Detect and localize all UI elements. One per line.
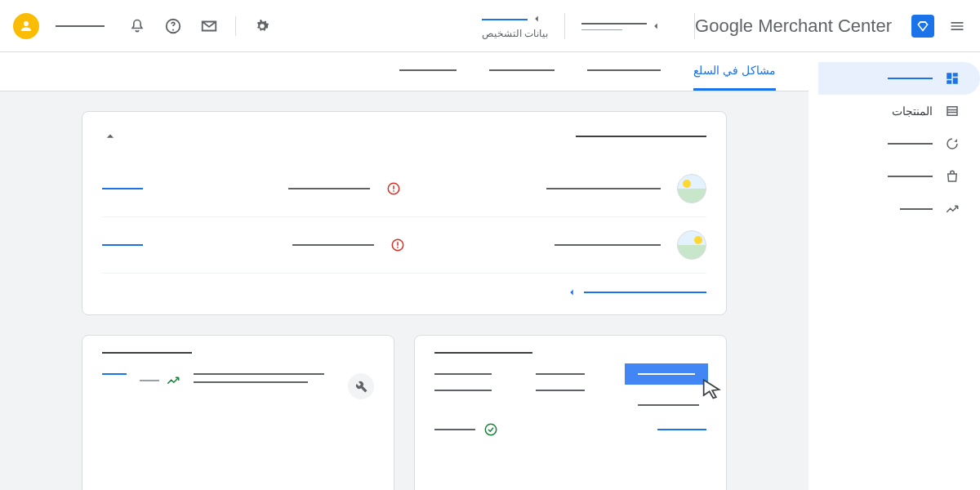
tab-item[interactable] (399, 58, 457, 85)
status-value (536, 373, 585, 375)
sidebar-nav: المنتجات (808, 52, 980, 490)
header-actions (13, 13, 272, 39)
svg-point-3 (485, 424, 497, 435)
account-id (581, 29, 622, 31)
status-card (414, 335, 727, 490)
shopping-bag-icon (944, 168, 960, 185)
sidebar-item-growth[interactable] (818, 193, 980, 225)
mail-icon[interactable] (199, 16, 219, 36)
sidebar-item-marketing[interactable] (818, 160, 980, 193)
help-icon[interactable] (163, 16, 183, 36)
sidebar-item-overview[interactable] (818, 62, 980, 95)
header-brand-area: Google Merchant Center (695, 15, 967, 38)
main-content: مشاكل في السلع (0, 52, 808, 490)
status-value (638, 373, 695, 375)
issue-action-link[interactable] (102, 188, 143, 189)
issue-action-link[interactable] (102, 244, 143, 246)
divider (694, 13, 695, 39)
status-column (536, 373, 604, 406)
issue-product-name (546, 188, 661, 189)
chevron-left-icon (650, 20, 662, 32)
wrench-icon (348, 373, 374, 399)
chevron-left-icon (566, 287, 577, 298)
collapse-icon[interactable] (102, 128, 118, 145)
status-column-highlighted[interactable] (638, 373, 706, 406)
divider (235, 16, 236, 36)
status-label (434, 390, 492, 391)
perf-text-line (194, 373, 324, 375)
list-icon (944, 103, 960, 119)
status-label (638, 404, 699, 406)
tab-item[interactable] (489, 58, 555, 85)
issue-product-name (555, 244, 661, 246)
user-avatar[interactable] (13, 13, 39, 39)
perf-text-line (194, 381, 308, 383)
error-icon (390, 238, 405, 252)
error-icon (386, 181, 401, 196)
perf-meta (140, 373, 180, 388)
footer-text (434, 429, 475, 430)
status-value (434, 373, 492, 375)
perf-action-link[interactable] (102, 373, 127, 375)
page-link (482, 19, 528, 20)
refresh-icon (944, 136, 960, 152)
card-title (102, 352, 192, 354)
issue-description (288, 188, 370, 189)
status-label (536, 390, 585, 391)
nav-label (888, 176, 933, 177)
footer-link[interactable] (657, 429, 706, 430)
sidebar-item-performance[interactable] (818, 127, 980, 160)
account-name (581, 23, 647, 24)
trending-up-icon (944, 201, 960, 217)
page-selector[interactable]: بيانات التشخيص (482, 13, 548, 39)
account-selector[interactable] (581, 20, 662, 32)
merchant-center-logo-icon (911, 15, 934, 38)
app-header: Google Merchant Center بيانات التشخيص (0, 0, 980, 52)
card-title (576, 136, 706, 137)
notifications-icon[interactable] (127, 16, 147, 36)
view-all-link[interactable] (584, 292, 706, 293)
issue-row[interactable] (102, 217, 706, 274)
status-column (434, 373, 503, 406)
cursor-icon (700, 378, 723, 401)
status-footer (434, 422, 706, 437)
chevron-left-icon (531, 13, 542, 24)
nav-label (900, 208, 933, 210)
user-name (56, 25, 105, 27)
tab-item-issues[interactable]: مشاكل في السلع (693, 52, 776, 91)
issue-description (292, 244, 374, 246)
tab-bar: مشاكل في السلع (0, 52, 808, 91)
nav-label: المنتجات (892, 105, 933, 118)
hamburger-menu-icon[interactable] (947, 16, 967, 36)
sidebar-item-products[interactable]: المنتجات (818, 95, 980, 127)
divider (564, 13, 565, 39)
dashboard-icon (944, 70, 960, 87)
performance-card (82, 335, 394, 490)
tab-item[interactable] (587, 58, 661, 85)
nav-label (888, 143, 933, 145)
issue-row[interactable] (102, 161, 706, 217)
check-circle-icon (483, 422, 498, 437)
product-thumbnail (677, 230, 706, 260)
diagnostics-label: بيانات التشخيص (482, 28, 548, 39)
account-selectors: بيانات التشخيص (482, 13, 662, 39)
nav-label (888, 78, 933, 79)
settings-icon[interactable] (252, 16, 272, 36)
brand-title: Google Merchant Center (695, 16, 892, 37)
trending-up-icon (166, 373, 180, 388)
perf-change (140, 380, 159, 381)
card-title (434, 352, 532, 354)
product-thumbnail (677, 174, 706, 203)
product-issues-card (82, 111, 727, 315)
